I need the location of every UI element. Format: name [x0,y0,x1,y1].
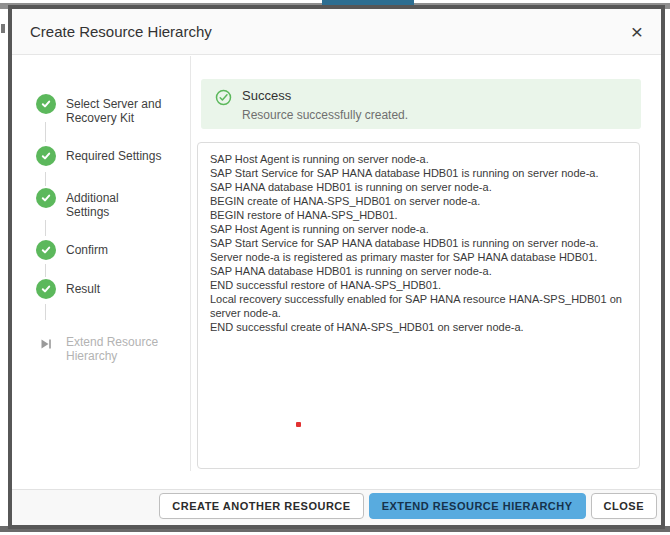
wizard-stepper: Select Server and Recovery Kit Required … [36,94,186,394]
step-label: Select Server and Recovery Kit [66,94,161,125]
close-button[interactable]: CLOSE [591,493,657,519]
step-label: Result [66,279,100,296]
result-log-panel[interactable]: SAP Host Agent is running on server node… [197,142,640,469]
step-label: Extend Resource Hierarchy [66,332,158,363]
stepper-divider [190,56,191,471]
log-line: SAP Host Agent is running on server node… [210,222,627,236]
log-line: SAP HANA database HDB01 is running on se… [210,180,627,194]
step-connector [45,264,46,277]
step-select-server-and-recovery-kit[interactable]: Select Server and Recovery Kit [36,94,161,125]
success-check-icon [215,89,232,106]
success-banner: Success Resource successfully created. [201,79,641,129]
step-label: Additional Settings [66,188,119,219]
create-another-resource-button[interactable]: CREATE ANOTHER RESOURCE [159,493,363,519]
step-connector [45,172,46,186]
page-backdrop: Create Resource Hierarchy × Select Serve… [0,0,670,535]
step-extend-resource-hierarchy: Extend Resource Hierarchy [36,332,158,363]
step-label: Confirm [66,240,108,257]
dialog-title: Create Resource Hierarchy [30,23,212,40]
step-complete-check-icon [36,188,56,208]
step-connector [45,304,46,320]
create-resource-hierarchy-dialog: Create Resource Hierarchy × Select Serve… [8,5,665,529]
log-line: Server node-a is registered as primary m… [210,250,627,264]
backdrop-text-fragment [1,24,5,33]
step-result[interactable]: Result [36,279,100,299]
step-additional-settings[interactable]: Additional Settings [36,188,119,219]
step-complete-check-icon [36,240,56,260]
step-label: Required Settings [66,146,161,163]
log-line: END successful create of HANA-SPS_HDB01 … [210,320,627,334]
log-line: SAP HANA database HDB01 is running on se… [210,264,627,278]
red-marker-dot [296,422,301,427]
success-title: Success [242,88,408,103]
skip-forward-icon [40,336,52,348]
extend-resource-hierarchy-button[interactable]: EXTEND RESOURCE HIERARCHY [369,493,586,519]
step-complete-check-icon [36,279,56,299]
dialog-titlebar: Create Resource Hierarchy × [12,9,661,55]
step-confirm[interactable]: Confirm [36,240,108,260]
log-line: Local recovery successfully enabled for … [210,292,627,320]
log-line: BEGIN restore of HANA-SPS_HDB01. [210,208,627,222]
step-connector [45,122,46,142]
step-complete-check-icon [36,94,56,114]
log-line: SAP Host Agent is running on server node… [210,152,627,166]
step-complete-check-icon [36,146,56,166]
step-connector [45,220,46,236]
close-icon[interactable]: × [629,21,645,42]
dialog-footer: CREATE ANOTHER RESOURCE EXTEND RESOURCE … [12,489,661,525]
log-line: SAP Start Service for SAP HANA database … [210,166,627,180]
step-required-settings[interactable]: Required Settings [36,146,161,166]
log-line: END successful restore of HANA-SPS_HDB01… [210,278,627,292]
log-line: SAP Start Service for SAP HANA database … [210,236,627,250]
log-line: BEGIN create of HANA-SPS_HDB01 on server… [210,194,627,208]
success-message: Resource successfully created. [242,108,408,122]
